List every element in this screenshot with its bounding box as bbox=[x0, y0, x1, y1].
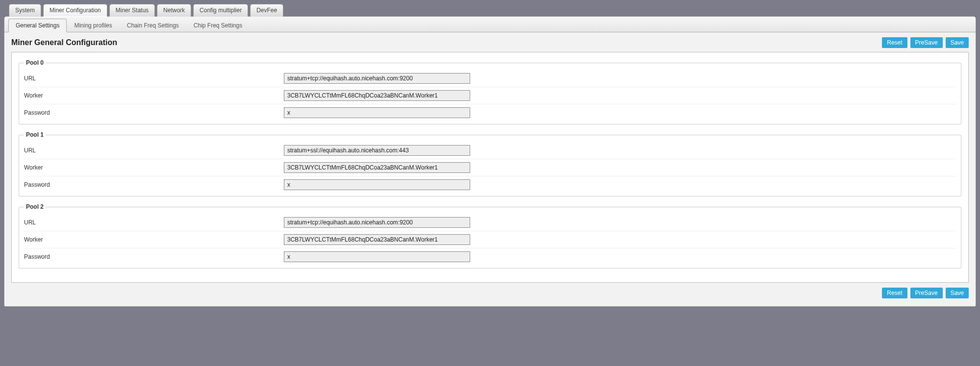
tab-system[interactable]: System bbox=[9, 4, 41, 17]
pool-0-url-row: URL bbox=[24, 70, 956, 87]
tab-miner-configuration[interactable]: Miner Configuration bbox=[43, 4, 107, 17]
pool-1-worker-row: Worker bbox=[24, 159, 956, 176]
pool-0-worker-input[interactable] bbox=[284, 90, 470, 101]
bottom-button-group: Reset PreSave Save bbox=[11, 288, 969, 298]
pool-2-url-row: URL bbox=[24, 214, 956, 231]
tab-devfee[interactable]: DevFee bbox=[250, 4, 283, 17]
subtab-mining-profiles[interactable]: Mining profiles bbox=[67, 19, 119, 32]
pool-0-worker-row: Worker bbox=[24, 87, 956, 104]
password-label: Password bbox=[24, 181, 284, 188]
pool-2-url-input[interactable] bbox=[284, 217, 470, 228]
page-title: Miner General Configuration bbox=[11, 38, 117, 47]
tab-miner-status[interactable]: Miner Status bbox=[109, 4, 155, 17]
password-label: Password bbox=[24, 253, 284, 260]
password-label: Password bbox=[24, 109, 284, 116]
form-wrapper: Pool 0 URL Worker Password Pool 1 URL bbox=[11, 52, 969, 283]
save-button-bottom[interactable]: Save bbox=[946, 288, 969, 298]
pool-2-password-input[interactable] bbox=[284, 251, 470, 262]
content-area: Miner General Configuration Reset PreSav… bbox=[4, 32, 976, 306]
reset-button-bottom[interactable]: Reset bbox=[882, 288, 907, 298]
pool-1-fieldset: Pool 1 URL Worker Password bbox=[19, 131, 961, 196]
pool-1-url-row: URL bbox=[24, 142, 956, 159]
tab-config-multiplier[interactable]: Config multiplier bbox=[193, 4, 248, 17]
subtab-chain-freq-settings[interactable]: Chain Freq Settings bbox=[120, 19, 186, 32]
pool-0-password-row: Password bbox=[24, 104, 956, 121]
pool-0-fieldset: Pool 0 URL Worker Password bbox=[19, 59, 961, 124]
pool-1-worker-input[interactable] bbox=[284, 162, 470, 173]
presave-button-top[interactable]: PreSave bbox=[910, 37, 943, 48]
url-label: URL bbox=[24, 75, 284, 82]
pool-0-url-input[interactable] bbox=[284, 73, 470, 84]
sub-tab-bar: General Settings Mining profiles Chain F… bbox=[4, 17, 976, 32]
worker-label: Worker bbox=[24, 236, 284, 243]
worker-label: Worker bbox=[24, 92, 284, 99]
pool-2-worker-row: Worker bbox=[24, 231, 956, 248]
worker-label: Worker bbox=[24, 164, 284, 171]
presave-button-bottom[interactable]: PreSave bbox=[910, 288, 943, 298]
main-panel: General Settings Mining profiles Chain F… bbox=[4, 16, 976, 307]
title-row: Miner General Configuration Reset PreSav… bbox=[11, 37, 969, 48]
pool-1-password-row: Password bbox=[24, 176, 956, 193]
pool-1-url-input[interactable] bbox=[284, 145, 470, 156]
pool-2-password-row: Password bbox=[24, 248, 956, 265]
reset-button-top[interactable]: Reset bbox=[882, 37, 907, 48]
subtab-chip-freq-settings[interactable]: Chip Freq Settings bbox=[186, 19, 250, 32]
subtab-general-settings[interactable]: General Settings bbox=[8, 19, 67, 32]
pool-1-password-input[interactable] bbox=[284, 179, 470, 190]
top-button-group: Reset PreSave Save bbox=[882, 37, 969, 48]
pool-2-legend: Pool 2 bbox=[24, 203, 46, 210]
pool-0-legend: Pool 0 bbox=[24, 59, 46, 66]
pool-0-password-input[interactable] bbox=[284, 107, 470, 118]
main-tab-bar: System Miner Configuration Miner Status … bbox=[4, 4, 976, 17]
pool-1-legend: Pool 1 bbox=[24, 131, 46, 138]
save-button-top[interactable]: Save bbox=[946, 37, 969, 48]
pool-2-fieldset: Pool 2 URL Worker Password bbox=[19, 203, 961, 268]
pool-2-worker-input[interactable] bbox=[284, 234, 470, 245]
url-label: URL bbox=[24, 219, 284, 226]
url-label: URL bbox=[24, 147, 284, 154]
tab-network[interactable]: Network bbox=[157, 4, 191, 17]
